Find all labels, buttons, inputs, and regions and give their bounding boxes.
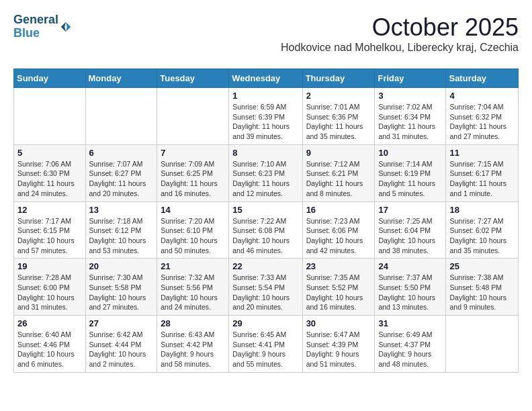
calendar-cell: 7Sunrise: 7:09 AM Sunset: 6:25 PM Daylig… — [157, 144, 229, 201]
week-row-1: 5Sunrise: 7:06 AM Sunset: 6:30 PM Daylig… — [14, 144, 519, 201]
col-header-monday: Monday — [85, 69, 157, 88]
day-number: 11 — [449, 148, 515, 158]
calendar-cell: 16Sunrise: 7:23 AM Sunset: 6:06 PM Dayli… — [302, 201, 375, 259]
day-number: 19 — [17, 261, 82, 271]
calendar-cell: 2Sunrise: 7:01 AM Sunset: 6:36 PM Daylig… — [302, 88, 375, 145]
day-info: Sunrise: 7:12 AM Sunset: 6:21 PM Dayligh… — [306, 159, 371, 199]
calendar-cell: 27Sunrise: 6:42 AM Sunset: 4:44 PM Dayli… — [85, 316, 157, 373]
calendar-cell: 19Sunrise: 7:28 AM Sunset: 6:00 PM Dayli… — [14, 259, 86, 316]
day-info: Sunrise: 6:59 AM Sunset: 6:39 PM Dayligh… — [232, 102, 298, 142]
day-info: Sunrise: 7:06 AM Sunset: 6:30 PM Dayligh… — [17, 159, 82, 199]
calendar-cell: 17Sunrise: 7:25 AM Sunset: 6:04 PM Dayli… — [375, 201, 446, 259]
day-info: Sunrise: 7:37 AM Sunset: 5:50 PM Dayligh… — [378, 273, 442, 312]
day-info: Sunrise: 7:33 AM Sunset: 5:54 PM Dayligh… — [232, 273, 298, 312]
calendar-cell: 26Sunrise: 6:40 AM Sunset: 4:46 PM Dayli… — [14, 316, 86, 373]
calendar-cell — [446, 316, 519, 373]
calendar-cell — [157, 88, 229, 145]
logo-text: GeneralBlue — [13, 13, 58, 40]
calendar-cell: 3Sunrise: 7:02 AM Sunset: 6:34 PM Daylig… — [375, 88, 446, 145]
day-number: 5 — [17, 148, 82, 158]
day-number: 30 — [306, 318, 371, 328]
day-info: Sunrise: 7:22 AM Sunset: 6:08 PM Dayligh… — [232, 216, 298, 256]
day-info: Sunrise: 7:28 AM Sunset: 6:00 PM Dayligh… — [17, 273, 82, 312]
calendar-cell: 24Sunrise: 7:37 AM Sunset: 5:50 PM Dayli… — [375, 259, 446, 316]
calendar-cell: 22Sunrise: 7:33 AM Sunset: 5:54 PM Dayli… — [229, 259, 302, 316]
week-row-2: 12Sunrise: 7:17 AM Sunset: 6:15 PM Dayli… — [14, 201, 519, 259]
day-info: Sunrise: 7:17 AM Sunset: 6:15 PM Dayligh… — [17, 216, 82, 256]
day-number: 25 — [449, 261, 515, 271]
day-info: Sunrise: 6:40 AM Sunset: 4:46 PM Dayligh… — [17, 330, 82, 369]
day-info: Sunrise: 7:30 AM Sunset: 5:58 PM Dayligh… — [89, 273, 154, 312]
calendar-cell: 23Sunrise: 7:35 AM Sunset: 5:52 PM Dayli… — [302, 259, 375, 316]
col-header-sunday: Sunday — [14, 69, 86, 88]
month-title: October 2025 — [281, 13, 519, 42]
day-info: Sunrise: 7:23 AM Sunset: 6:06 PM Dayligh… — [306, 216, 371, 256]
calendar-cell: 8Sunrise: 7:10 AM Sunset: 6:23 PM Daylig… — [229, 144, 302, 201]
calendar-cell: 15Sunrise: 7:22 AM Sunset: 6:08 PM Dayli… — [229, 201, 302, 259]
day-number: 7 — [161, 148, 225, 158]
calendar-cell: 21Sunrise: 7:32 AM Sunset: 5:56 PM Dayli… — [157, 259, 229, 316]
day-info: Sunrise: 6:42 AM Sunset: 4:44 PM Dayligh… — [89, 330, 154, 369]
day-info: Sunrise: 7:02 AM Sunset: 6:34 PM Dayligh… — [378, 102, 442, 142]
col-header-thursday: Thursday — [302, 69, 375, 88]
day-info: Sunrise: 7:20 AM Sunset: 6:10 PM Dayligh… — [161, 216, 225, 256]
calendar-cell: 25Sunrise: 7:38 AM Sunset: 5:48 PM Dayli… — [446, 259, 519, 316]
svg-marker-1 — [61, 22, 66, 32]
day-info: Sunrise: 7:10 AM Sunset: 6:23 PM Dayligh… — [232, 159, 298, 199]
day-number: 18 — [449, 205, 515, 215]
calendar-cell: 30Sunrise: 6:47 AM Sunset: 4:39 PM Dayli… — [302, 316, 375, 373]
day-number: 14 — [161, 205, 225, 215]
day-number: 31 — [378, 318, 442, 328]
day-number: 24 — [378, 261, 442, 271]
day-number: 26 — [17, 318, 82, 328]
day-number: 1 — [232, 91, 298, 101]
day-info: Sunrise: 7:18 AM Sunset: 6:12 PM Dayligh… — [89, 216, 154, 256]
day-info: Sunrise: 6:43 AM Sunset: 4:42 PM Dayligh… — [161, 330, 225, 369]
day-number: 16 — [306, 205, 371, 215]
calendar-cell: 9Sunrise: 7:12 AM Sunset: 6:21 PM Daylig… — [302, 144, 375, 201]
day-number: 28 — [161, 318, 225, 328]
day-info: Sunrise: 7:14 AM Sunset: 6:19 PM Dayligh… — [378, 159, 442, 199]
day-info: Sunrise: 7:04 AM Sunset: 6:32 PM Dayligh… — [449, 102, 515, 142]
calendar-cell: 11Sunrise: 7:15 AM Sunset: 6:17 PM Dayli… — [446, 144, 519, 201]
day-number: 6 — [89, 148, 154, 158]
col-header-tuesday: Tuesday — [157, 69, 229, 88]
calendar-cell: 14Sunrise: 7:20 AM Sunset: 6:10 PM Dayli… — [157, 201, 229, 259]
day-number: 9 — [306, 148, 371, 158]
day-number: 29 — [232, 318, 298, 328]
svg-marker-0 — [66, 22, 71, 32]
calendar-cell: 12Sunrise: 7:17 AM Sunset: 6:15 PM Dayli… — [14, 201, 86, 259]
day-number: 21 — [161, 261, 225, 271]
week-row-0: 1Sunrise: 6:59 AM Sunset: 6:39 PM Daylig… — [14, 88, 519, 145]
calendar-cell: 4Sunrise: 7:04 AM Sunset: 6:32 PM Daylig… — [446, 88, 519, 145]
day-number: 15 — [232, 205, 298, 215]
calendar-table: SundayMondayTuesdayWednesdayThursdayFrid… — [13, 68, 519, 373]
day-info: Sunrise: 7:01 AM Sunset: 6:36 PM Dayligh… — [306, 102, 371, 142]
day-number: 23 — [306, 261, 371, 271]
day-info: Sunrise: 7:27 AM Sunset: 6:02 PM Dayligh… — [449, 216, 515, 256]
day-info: Sunrise: 7:32 AM Sunset: 5:56 PM Dayligh… — [161, 273, 225, 312]
day-number: 8 — [232, 148, 298, 158]
col-header-saturday: Saturday — [446, 69, 519, 88]
calendar-cell: 18Sunrise: 7:27 AM Sunset: 6:02 PM Dayli… — [446, 201, 519, 259]
day-number: 27 — [89, 318, 154, 328]
day-info: Sunrise: 7:25 AM Sunset: 6:04 PM Dayligh… — [378, 216, 442, 256]
calendar-cell: 10Sunrise: 7:14 AM Sunset: 6:19 PM Dayli… — [375, 144, 446, 201]
calendar-cell: 31Sunrise: 6:49 AM Sunset: 4:37 PM Dayli… — [375, 316, 446, 373]
day-info: Sunrise: 7:35 AM Sunset: 5:52 PM Dayligh… — [306, 273, 371, 312]
day-info: Sunrise: 6:45 AM Sunset: 4:41 PM Dayligh… — [232, 330, 298, 369]
day-info: Sunrise: 6:47 AM Sunset: 4:39 PM Dayligh… — [306, 330, 371, 369]
subtitle: Hodkovice nad Mohelkou, Liberecky kraj, … — [281, 42, 519, 54]
day-number: 4 — [449, 91, 515, 101]
week-row-3: 19Sunrise: 7:28 AM Sunset: 6:00 PM Dayli… — [14, 259, 519, 316]
logo: GeneralBlue — [13, 13, 72, 40]
logo-icon — [60, 21, 72, 33]
calendar-cell: 29Sunrise: 6:45 AM Sunset: 4:41 PM Dayli… — [229, 316, 302, 373]
day-number: 13 — [89, 205, 154, 215]
title-section: October 2025 Hodkovice nad Mohelkou, Lib… — [281, 13, 519, 60]
calendar-cell: 20Sunrise: 7:30 AM Sunset: 5:58 PM Dayli… — [85, 259, 157, 316]
week-row-4: 26Sunrise: 6:40 AM Sunset: 4:46 PM Dayli… — [14, 316, 519, 373]
day-info: Sunrise: 6:49 AM Sunset: 4:37 PM Dayligh… — [378, 330, 442, 369]
day-info: Sunrise: 7:15 AM Sunset: 6:17 PM Dayligh… — [449, 159, 515, 199]
calendar-cell: 1Sunrise: 6:59 AM Sunset: 6:39 PM Daylig… — [229, 88, 302, 145]
